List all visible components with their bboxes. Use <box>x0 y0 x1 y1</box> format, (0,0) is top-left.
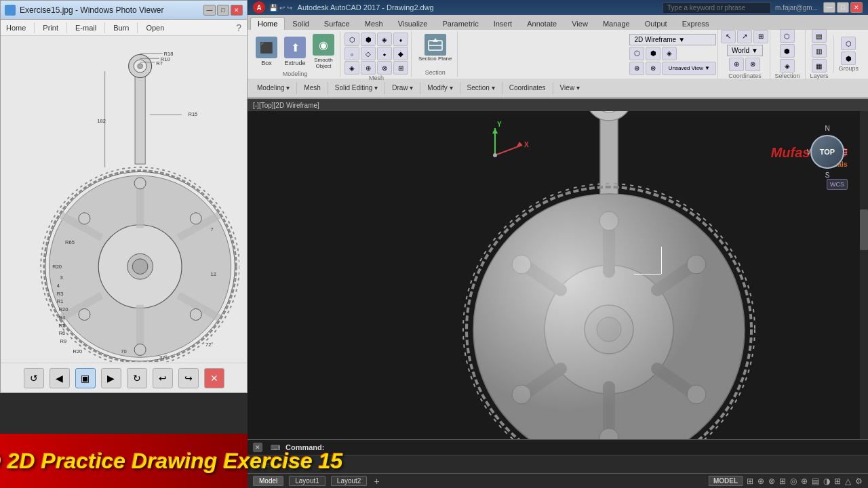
tool-11[interactable]: ⊗ <box>377 61 392 75</box>
tab-manage[interactable]: Manage <box>595 17 637 30</box>
tab-layout2[interactable]: Layout2 <box>331 476 368 486</box>
wireframe-dropdown[interactable]: 2D Wireframe ▼ <box>629 34 716 45</box>
mesh-group-label: Mesh <box>369 75 384 81</box>
undo-button[interactable]: ↩ <box>153 368 173 388</box>
file-menu[interactable]: Home <box>6 24 26 32</box>
play-button[interactable]: ▣ <box>75 368 96 388</box>
autocad-search-input[interactable] <box>663 2 771 14</box>
print-menu[interactable]: Print <box>43 24 58 32</box>
extrude-button[interactable]: ⬆ Extrude <box>281 35 309 68</box>
subbar-draw[interactable]: Draw ▾ <box>388 83 417 93</box>
add-layout-button[interactable]: + <box>374 476 379 487</box>
groups-icon-1[interactable]: ⬡ <box>841 37 856 50</box>
autocad-maximize[interactable]: □ <box>837 2 849 13</box>
layer-icon-2[interactable]: ▥ <box>812 44 827 58</box>
subbar-view[interactable]: View ▾ <box>556 83 584 93</box>
lineweight-icon[interactable]: ▤ <box>812 476 819 486</box>
close-button[interactable]: ✕ <box>231 5 243 16</box>
sub-sep-7 <box>553 82 553 94</box>
next-button[interactable]: ▶ <box>101 368 121 388</box>
tool-12[interactable]: ⊞ <box>393 61 408 75</box>
tab-layout1[interactable]: Layout1 <box>289 476 326 486</box>
otrack-icon[interactable]: ⊕ <box>801 476 808 486</box>
smooth-object-button[interactable]: ◉ Smooth Object <box>310 33 337 70</box>
tab-mesh[interactable]: Mesh <box>357 17 391 30</box>
tool-4[interactable]: ⬧ <box>393 33 408 46</box>
rotate-right-button[interactable]: ↻ <box>127 368 147 388</box>
minimize-button[interactable]: — <box>203 5 216 16</box>
viewport-scrollbar[interactable] <box>860 111 868 439</box>
subbar-modify[interactable]: Modify ▾ <box>423 83 456 93</box>
tab-express[interactable]: Express <box>675 17 717 30</box>
sub-sep-5 <box>460 82 460 94</box>
tool-10[interactable]: ⊕ <box>361 61 376 75</box>
coord-icon-4[interactable]: ⊕ <box>729 58 744 71</box>
selection-cycling-icon[interactable]: ⊞ <box>834 476 841 486</box>
osnap-icon[interactable]: ◎ <box>790 476 797 486</box>
tool-3[interactable]: ◈ <box>377 33 392 46</box>
box-button[interactable]: ⬛ Box <box>253 35 280 68</box>
snap-icon[interactable]: ⊕ <box>757 476 764 486</box>
polar-icon[interactable]: ⊞ <box>779 476 786 486</box>
autocad-close[interactable]: ✕ <box>850 2 863 13</box>
subbar-section[interactable]: Section ▾ <box>463 83 499 93</box>
subbar-modeling[interactable]: Modeling ▾ <box>253 83 294 93</box>
grid-icon[interactable]: ⊞ <box>747 476 753 486</box>
help-icon[interactable]: ? <box>236 22 241 33</box>
tab-output[interactable]: Output <box>637 17 675 30</box>
tool-9[interactable]: ◈ <box>344 61 359 75</box>
subbar-solid-editing[interactable]: Solid Editing ▾ <box>331 83 382 93</box>
layer-icon-1[interactable]: ▤ <box>812 29 827 43</box>
view-icon-4[interactable]: ⊕ <box>629 62 644 75</box>
tab-model[interactable]: Model <box>253 476 283 486</box>
tab-visualize[interactable]: Visualize <box>391 17 435 30</box>
tool-6[interactable]: ◇ <box>361 47 376 60</box>
tool-1[interactable]: ⬡ <box>344 33 359 46</box>
tool-5[interactable]: ⬦ <box>344 47 359 60</box>
email-menu[interactable]: E-mail <box>75 24 96 32</box>
tab-parametric[interactable]: Parametric <box>435 17 486 30</box>
tab-view[interactable]: View <box>564 17 595 30</box>
menu-separator-4 <box>137 22 138 33</box>
burn-menu[interactable]: Burn <box>113 24 129 32</box>
autocad-minimize[interactable]: — <box>823 2 835 13</box>
subbar-coordinates[interactable]: Coordinates <box>505 83 550 93</box>
tab-surface[interactable]: Surface <box>317 17 357 30</box>
sel-icon-1[interactable]: ⬡ <box>780 29 795 43</box>
tool-8[interactable]: ◆ <box>393 47 408 60</box>
settings-icon[interactable]: ⚙ <box>855 476 863 486</box>
section-plane-button[interactable]: Section Plane <box>416 33 454 63</box>
subbar-mesh[interactable]: Mesh <box>300 83 324 93</box>
tool-2[interactable]: ⬢ <box>361 33 376 46</box>
coord-icon-5[interactable]: ⊗ <box>745 58 760 71</box>
scrollbar-thumb[interactable] <box>860 209 868 250</box>
coord-icon-3[interactable]: ⊞ <box>753 30 768 43</box>
coord-icon-2[interactable]: ↗ <box>737 30 752 43</box>
view-icon-2[interactable]: ⬢ <box>646 47 660 60</box>
tab-insert[interactable]: Insert <box>486 17 520 30</box>
coord-icon-1[interactable]: ↖ <box>721 30 736 43</box>
sel-icon-2[interactable]: ⬢ <box>780 44 795 58</box>
sel-icon-3[interactable]: ◈ <box>780 59 795 73</box>
open-menu[interactable]: Open <box>146 24 164 32</box>
view-icon-3[interactable]: ◈ <box>662 47 677 60</box>
main-viewport[interactable]: MufasuCAD Tutorials X Y <box>248 111 868 439</box>
groups-icon-2[interactable]: ⬢ <box>841 52 856 65</box>
view-icon-1[interactable]: ⬡ <box>629 47 644 60</box>
tab-annotate[interactable]: Annotate <box>519 17 564 30</box>
tab-home[interactable]: Home <box>250 17 285 30</box>
view-icon-5[interactable]: ⊗ <box>646 62 660 75</box>
delete-button[interactable]: ✕ <box>204 368 224 388</box>
world-dropdown[interactable]: World ▼ <box>727 45 763 56</box>
maximize-button[interactable]: □ <box>217 5 229 16</box>
redo-button[interactable]: ↪ <box>178 368 199 388</box>
transparency-icon[interactable]: ◑ <box>823 476 830 486</box>
ortho-icon[interactable]: ⊗ <box>768 476 775 486</box>
unsaved-view-dropdown[interactable]: Unsaved View ▼ <box>662 62 716 75</box>
rotate-left-button[interactable]: ↺ <box>24 368 44 388</box>
prev-button[interactable]: ◀ <box>50 368 70 388</box>
tab-solid[interactable]: Solid <box>285 17 316 30</box>
layer-icon-3[interactable]: ▦ <box>812 59 827 73</box>
anno-monitor-icon[interactable]: △ <box>845 476 851 486</box>
tool-7[interactable]: ⬥ <box>377 47 392 60</box>
